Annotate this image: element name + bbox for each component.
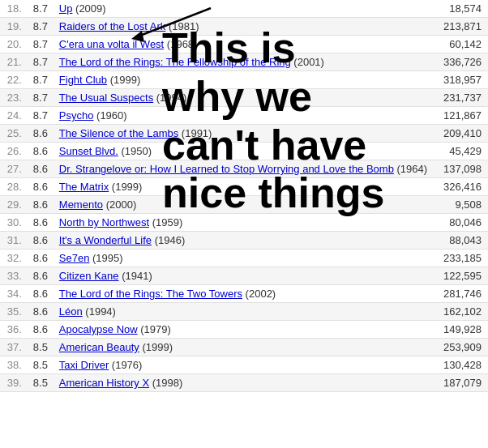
rank-cell: 33. — [0, 267, 26, 285]
score-cell: 8.6 — [26, 267, 55, 285]
movie-list-container: This is why we can't have nice things 18… — [0, 0, 488, 392]
movie-title-link[interactable]: The Lord of the Rings: The Two Towers — [59, 288, 242, 300]
score-cell: 8.6 — [26, 125, 55, 143]
table-row: 22.8.7Fight Club (1999)318,957 — [0, 71, 488, 89]
votes-cell: 122,595 — [431, 267, 488, 285]
title-cell: Dr. Strangelove or: How I Learned to Sto… — [55, 160, 431, 178]
score-cell: 8.6 — [26, 303, 55, 321]
votes-cell: 60,142 — [431, 36, 488, 53]
table-row: 31.8.6It's a Wonderful Life (1946)88,043 — [0, 232, 488, 250]
title-cell: North by Northwest (1959) — [55, 214, 431, 232]
table-row: 38.8.5Taxi Driver (1976)130,428 — [0, 356, 488, 374]
rank-cell: 38. — [0, 356, 26, 374]
movie-title-link[interactable]: Dr. Strangelove or: How I Learned to Sto… — [59, 163, 394, 175]
score-cell: 8.6 — [26, 250, 55, 267]
movie-title-link[interactable]: Taxi Driver — [59, 359, 109, 371]
movie-title-link[interactable]: Memento — [59, 198, 103, 211]
score-cell: 8.6 — [26, 321, 55, 339]
votes-cell: 213,871 — [431, 18, 488, 36]
table-row: 28.8.6The Matrix (1999)326,416 — [0, 178, 488, 196]
movie-title-link[interactable]: It's a Wonderful Life — [59, 234, 152, 246]
rank-cell: 27. — [0, 160, 26, 178]
title-cell: The Lord of the Rings: The Fellowship of… — [55, 53, 431, 71]
rank-cell: 35. — [0, 303, 26, 321]
table-row: 19.8.7Raiders of the Lost Ark (1981)213,… — [0, 18, 488, 36]
rank-cell: 20. — [0, 36, 26, 53]
table-row: 32.8.6Se7en (1995)233,185 — [0, 250, 488, 267]
table-row: 39.8.5American History X (1998)187,079 — [0, 374, 488, 392]
score-cell: 8.5 — [26, 374, 55, 392]
score-cell: 8.6 — [26, 196, 55, 214]
movie-title-link[interactable]: The Silence of the Lambs — [59, 127, 178, 139]
rank-cell: 30. — [0, 214, 26, 232]
movie-title-link[interactable]: The Lord of the Rings: The Fellowship of… — [59, 56, 291, 68]
title-cell: Up (2009) — [55, 0, 431, 18]
score-cell: 8.6 — [26, 178, 55, 196]
title-cell: It's a Wonderful Life (1946) — [55, 232, 431, 250]
movie-title-link[interactable]: North by Northwest — [59, 216, 149, 228]
title-cell: Psycho (1960) — [55, 107, 431, 125]
title-cell: American History X (1998) — [55, 374, 431, 392]
movie-title-link[interactable]: Citizen Kane — [59, 270, 119, 282]
table-row: 25.8.6The Silence of the Lambs (1991)209… — [0, 125, 488, 143]
rank-cell: 26. — [0, 143, 26, 160]
title-cell: Raiders of the Lost Ark (1981) — [55, 18, 431, 36]
rank-cell: 39. — [0, 374, 26, 392]
votes-cell: 9,508 — [431, 196, 488, 214]
movie-title-link[interactable]: Apocalypse Now — [59, 323, 138, 335]
score-cell: 8.7 — [26, 18, 55, 36]
movie-title-link[interactable]: Sunset Blvd. — [59, 145, 118, 157]
movie-title-link[interactable]: The Matrix — [59, 181, 109, 193]
movie-title-link[interactable]: American History X — [59, 377, 149, 389]
movie-title-link[interactable]: The Usual Suspects — [59, 92, 153, 104]
movie-title-link[interactable]: Up — [59, 2, 73, 15]
title-cell: American Beauty (1999) — [55, 339, 431, 356]
score-cell: 8.7 — [26, 89, 55, 107]
movie-title-link[interactable]: Léon — [59, 305, 83, 318]
rank-cell: 22. — [0, 71, 26, 89]
votes-cell: 149,928 — [431, 321, 488, 339]
table-row: 37.8.5American Beauty (1999)253,909 — [0, 339, 488, 356]
score-cell: 8.5 — [26, 356, 55, 374]
movie-title-link[interactable]: American Beauty — [59, 341, 139, 353]
title-cell: The Usual Suspects (1994) — [55, 89, 431, 107]
score-cell: 8.5 — [26, 339, 55, 356]
votes-cell: 130,428 — [431, 356, 488, 374]
rank-cell: 24. — [0, 107, 26, 125]
score-cell: 8.6 — [26, 160, 55, 178]
table-row: 18.8.7Up (2009)18,574 — [0, 0, 488, 18]
movie-title-link[interactable]: Raiders of the Lost Ark — [59, 20, 166, 32]
score-cell: 8.7 — [26, 53, 55, 71]
movie-title-link[interactable]: C'era una volta il West — [59, 38, 164, 50]
rank-cell: 32. — [0, 250, 26, 267]
rank-cell: 18. — [0, 0, 26, 18]
movie-title-link[interactable]: Se7en — [59, 252, 90, 264]
votes-cell: 80,046 — [431, 214, 488, 232]
movies-table: 18.8.7Up (2009)18,57419.8.7Raiders of th… — [0, 0, 488, 392]
table-row: 20.8.7C'era una volta il West (1968)60,1… — [0, 36, 488, 53]
title-cell: The Matrix (1999) — [55, 178, 431, 196]
movie-title-link[interactable]: Psycho — [59, 109, 94, 122]
rank-cell: 28. — [0, 178, 26, 196]
title-cell: Sunset Blvd. (1950) — [55, 143, 431, 160]
votes-cell: 18,574 — [431, 0, 488, 18]
rank-cell: 21. — [0, 53, 26, 71]
score-cell: 8.7 — [26, 36, 55, 53]
title-cell: Léon (1994) — [55, 303, 431, 321]
rank-cell: 36. — [0, 321, 26, 339]
title-cell: Apocalypse Now (1979) — [55, 321, 431, 339]
table-row: 30.8.6North by Northwest (1959)80,046 — [0, 214, 488, 232]
votes-cell: 137,098 — [431, 160, 488, 178]
votes-cell: 121,867 — [431, 107, 488, 125]
title-cell: Fight Club (1999) — [55, 71, 431, 89]
movie-title-link[interactable]: Fight Club — [59, 74, 107, 86]
table-row: 36.8.6Apocalypse Now (1979)149,928 — [0, 321, 488, 339]
votes-cell: 88,043 — [431, 232, 488, 250]
title-cell: The Silence of the Lambs (1991) — [55, 125, 431, 143]
votes-cell: 253,909 — [431, 339, 488, 356]
title-cell: Memento (2000) — [55, 196, 431, 214]
table-row: 26.8.6Sunset Blvd. (1950)45,429 — [0, 143, 488, 160]
votes-cell: 209,410 — [431, 125, 488, 143]
rank-cell: 25. — [0, 125, 26, 143]
votes-cell: 233,185 — [431, 250, 488, 267]
